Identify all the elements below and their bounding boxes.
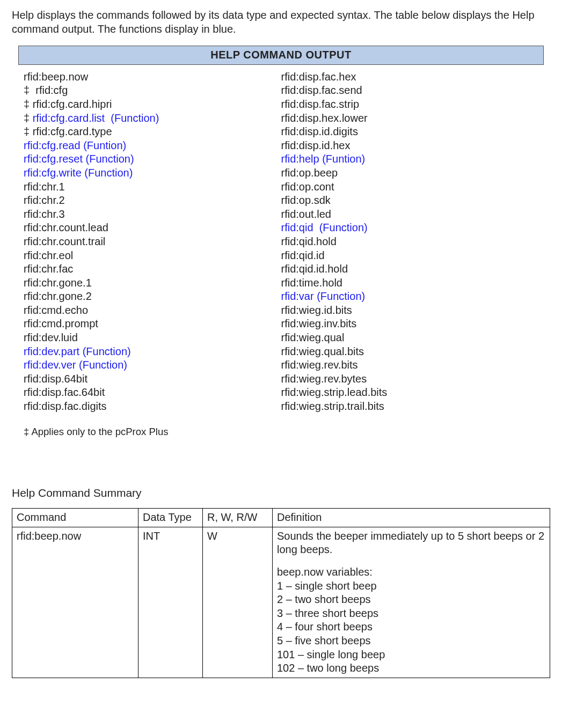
- help-output-header: HELP COMMAND OUTPUT: [18, 46, 544, 65]
- help-output-columns: rfid:beep.now‡ rfid:cfg‡ rfid:cfg.card.h…: [12, 70, 550, 414]
- footnote: ‡ Applies only to the pcProx Plus: [12, 414, 550, 438]
- th-rw: R, W, R/W: [203, 509, 273, 527]
- cell-definition: Sounds the beeper immediately up to 5 sh…: [273, 527, 550, 678]
- help-output-item: rfid:disp.id.hex: [281, 139, 539, 153]
- help-output-item: ‡ rfid:cfg.card.hipri: [24, 98, 281, 112]
- help-output-item: rfid:wieg.qual: [281, 331, 539, 345]
- help-output-item: rfid:chr.fac: [24, 262, 281, 276]
- help-output-item: rfid:qid.id.hold: [281, 262, 539, 276]
- help-output-item: rfid:beep.now: [24, 70, 281, 84]
- help-output-item: rfid:time.hold: [281, 276, 539, 290]
- help-output-item: rfid:cfg.read (Funtion): [24, 139, 281, 153]
- help-output-item: ‡ rfid:cfg.card.list (Function): [24, 112, 281, 126]
- help-output-item: rfid:disp.fac.digits: [24, 400, 281, 414]
- th-datatype: Data Type: [138, 509, 203, 527]
- help-output-item: rfid:chr.eol: [24, 249, 281, 263]
- summary-section-header: Help Command Summary: [12, 486, 550, 501]
- help-output-item: rfid:wieg.rev.bytes: [281, 372, 539, 386]
- help-output-item: rfid:disp.id.digits: [281, 125, 539, 139]
- help-output-item: rfid:op.sdk: [281, 194, 539, 208]
- help-output-item: ‡ rfid:cfg.card.type: [24, 125, 281, 139]
- th-command: Command: [12, 509, 138, 527]
- help-output-item: rfid:disp.fac.strip: [281, 98, 539, 112]
- help-output-item: rfid:cfg.write (Function): [24, 166, 281, 180]
- help-output-item: rfid:cfg.reset (Function): [24, 152, 281, 166]
- cell-rw: W: [203, 527, 273, 678]
- help-output-item: rfid:qid.id: [281, 249, 539, 263]
- help-output-item: rfid:chr.count.trail: [24, 235, 281, 249]
- help-output-item: rfid:help (Funtion): [281, 152, 539, 166]
- help-output-col-right: rfid:disp.fac.hexrfid:disp.fac.sendrfid:…: [281, 70, 539, 414]
- help-output-item: rfid:wieg.qual.bits: [281, 345, 539, 359]
- help-output-item: rfid:dev.ver (Function): [24, 358, 281, 372]
- help-output-item: rfid:qid (Function): [281, 221, 539, 235]
- help-output-item: rfid:disp.fac.send: [281, 84, 539, 98]
- help-output-item: rfid:wieg.id.bits: [281, 304, 539, 318]
- definition-p2: beep.now variables:1 – single short beep…: [277, 565, 545, 675]
- help-output-item: rfid:wieg.strip.trail.bits: [281, 400, 539, 414]
- help-output-item: rfid:dev.luid: [24, 331, 281, 345]
- help-output-item: rfid:disp.fac.hex: [281, 70, 539, 84]
- cell-datatype: INT: [138, 527, 203, 678]
- help-output-item: rfid:wieg.strip.lead.bits: [281, 386, 539, 400]
- help-output-item: rfid:disp.hex.lower: [281, 112, 539, 126]
- help-output-item: rfid:cmd.echo: [24, 304, 281, 318]
- intro-text: Help displays the commands followed by i…: [12, 9, 550, 36]
- help-output-item: rfid:chr.3: [24, 208, 281, 222]
- help-output-item: rfid:op.cont: [281, 180, 539, 194]
- help-output-item: rfid:dev.part (Function): [24, 345, 281, 359]
- help-output-item: rfid:op.beep: [281, 166, 539, 180]
- help-output-col-left: rfid:beep.now‡ rfid:cfg‡ rfid:cfg.card.h…: [24, 70, 281, 414]
- help-output-item: rfid:chr.1: [24, 180, 281, 194]
- th-definition: Definition: [273, 509, 550, 527]
- help-output-item: ‡ rfid:cfg: [24, 84, 281, 98]
- help-output-item: rfid:wieg.inv.bits: [281, 317, 539, 331]
- help-output-item: rfid:cmd.prompt: [24, 317, 281, 331]
- help-output-item: rfid:qid.hold: [281, 235, 539, 249]
- cell-command: rfid:beep.now: [12, 527, 138, 678]
- help-output-item: rfid:chr.count.lead: [24, 221, 281, 235]
- help-output-item: rfid:chr.gone.2: [24, 290, 281, 304]
- help-output-item: rfid:disp.64bit: [24, 372, 281, 386]
- help-output-item: rfid:chr.2: [24, 194, 281, 208]
- table-row: rfid:beep.now INT W Sounds the beeper im…: [12, 527, 550, 678]
- help-output-item: rfid:var (Function): [281, 290, 539, 304]
- help-output-item: rfid:disp.fac.64bit: [24, 386, 281, 400]
- table-header-row: Command Data Type R, W, R/W Definition: [12, 509, 550, 527]
- help-output-item: rfid:chr.gone.1: [24, 276, 281, 290]
- help-output-item: rfid:out.led: [281, 208, 539, 222]
- summary-table: Command Data Type R, W, R/W Definition r…: [12, 508, 550, 678]
- definition-p1: Sounds the beeper immediately up to 5 sh…: [277, 530, 545, 557]
- help-output-item: rfid:wieg.rev.bits: [281, 358, 539, 372]
